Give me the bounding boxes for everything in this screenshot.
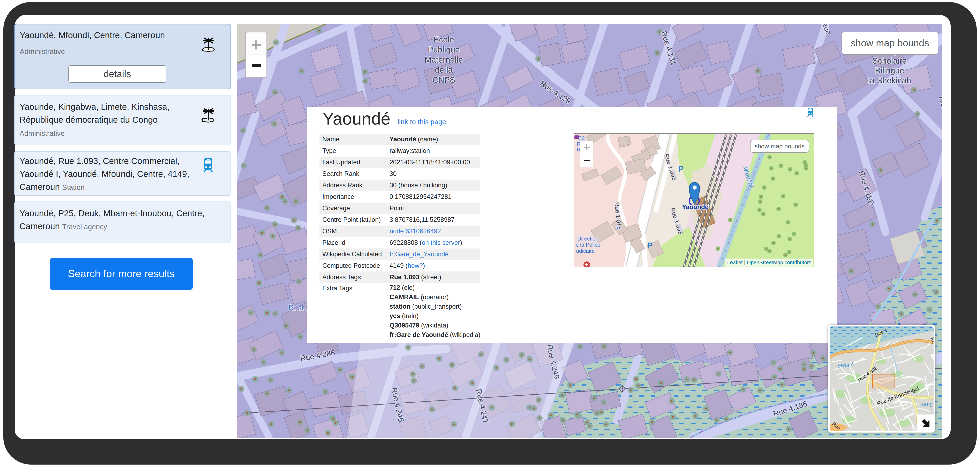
svg-text:e la Police: e la Police xyxy=(576,242,600,248)
svg-text:P: P xyxy=(678,164,684,173)
svg-text:Direction: Direction xyxy=(578,236,598,242)
svg-text:Bilingue: Bilingue xyxy=(875,66,904,75)
svg-text:la Shekinah: la Shekinah xyxy=(868,76,911,85)
svg-text:Ecole: Ecole xyxy=(433,35,454,44)
svg-text:ES: ES xyxy=(578,135,585,141)
svg-text:Scholaire: Scholaire xyxy=(873,56,907,65)
svg-text:de la: de la xyxy=(435,65,453,74)
svg-text:Publique: Publique xyxy=(428,45,460,54)
svg-text:Maternelle: Maternelle xyxy=(425,55,463,64)
svg-text:P: P xyxy=(647,241,653,250)
svg-text:R. st s: R. st s xyxy=(288,303,309,312)
svg-text:CNPS: CNPS xyxy=(432,75,455,84)
svg-text:udicaire: udicaire xyxy=(576,248,595,254)
svg-text:Sang: Sang xyxy=(920,400,933,407)
svg-text:Yaoundé: Yaoundé xyxy=(682,203,708,211)
